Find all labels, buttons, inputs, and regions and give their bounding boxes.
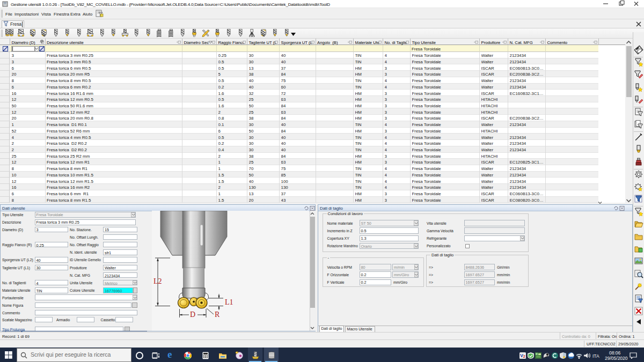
svg-text:2: 2	[523, 354, 526, 359]
